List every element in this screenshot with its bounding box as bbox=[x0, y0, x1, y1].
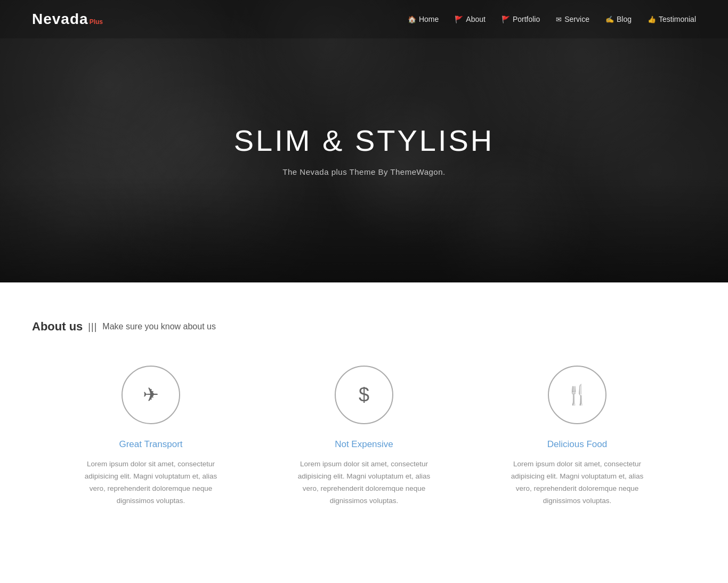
dollar-icon: $ bbox=[359, 384, 369, 406]
transport-icon-circle: ✈ bbox=[122, 366, 180, 424]
food-icon-circle: 🍴 bbox=[548, 366, 606, 424]
features-grid: ✈ Great Transport Lorem ipsum dolor sit … bbox=[44, 366, 684, 507]
feature-price-desc: Lorem ipsum dolor sit amet, consectetur … bbox=[289, 458, 439, 507]
about-heading: About us ||| Make sure you know about us bbox=[32, 320, 696, 334]
feature-price-title: Not Expensive bbox=[335, 439, 393, 450]
hero-subtitle: The Nevada plus Theme By ThemeWagon. bbox=[282, 167, 445, 176]
logo-text: Nevada bbox=[32, 11, 88, 28]
plane-icon: ✈ bbox=[143, 384, 159, 406]
about-section: About us ||| Make sure you know about us… bbox=[0, 282, 728, 550]
nav-blog[interactable]: ✍Blog bbox=[605, 15, 632, 23]
testimonial-icon: 👍 bbox=[648, 15, 656, 23]
nav-links: 🏠Home 🚩About 🚩Portfolio ✉Service ✍Blog 👍… bbox=[408, 15, 696, 23]
about-title: About us bbox=[32, 320, 83, 334]
logo-plus: Plus bbox=[90, 18, 103, 26]
navbar: Nevada Plus 🏠Home 🚩About 🚩Portfolio ✉Ser… bbox=[0, 0, 728, 38]
feature-transport-desc: Lorem ipsum dolor sit amet, consectetur … bbox=[76, 458, 225, 507]
hero-content: SLIM & STYLISH The Nevada plus Theme By … bbox=[0, 38, 728, 282]
about-subtitle: Make sure you know about us bbox=[102, 322, 216, 331]
nav-home[interactable]: 🏠Home bbox=[408, 15, 439, 23]
nav-testimonial[interactable]: 👍Testimonial bbox=[648, 15, 696, 23]
feature-transport: ✈ Great Transport Lorem ipsum dolor sit … bbox=[44, 366, 257, 507]
portfolio-icon: 🚩 bbox=[501, 15, 510, 23]
nav-portfolio[interactable]: 🚩Portfolio bbox=[501, 15, 540, 23]
about-divider: ||| bbox=[88, 321, 97, 333]
feature-transport-title: Great Transport bbox=[119, 439, 182, 450]
price-icon-circle: $ bbox=[335, 366, 393, 424]
about-icon: 🚩 bbox=[455, 15, 463, 23]
blog-icon: ✍ bbox=[605, 15, 614, 23]
home-icon: 🏠 bbox=[408, 15, 416, 23]
hero-title: SLIM & STYLISH bbox=[234, 123, 495, 158]
nav-service[interactable]: ✉Service bbox=[556, 15, 589, 23]
hero-section: Nevada Plus 🏠Home 🚩About 🚩Portfolio ✉Ser… bbox=[0, 0, 728, 282]
logo[interactable]: Nevada Plus bbox=[32, 11, 103, 28]
feature-food-title: Delicious Food bbox=[547, 439, 607, 450]
feature-food-desc: Lorem ipsum dolor sit amet, consectetur … bbox=[503, 458, 652, 507]
service-icon: ✉ bbox=[556, 15, 562, 23]
fork-knife-icon: 🍴 bbox=[565, 384, 589, 406]
feature-food: 🍴 Delicious Food Lorem ipsum dolor sit a… bbox=[471, 366, 684, 507]
feature-price: $ Not Expensive Lorem ipsum dolor sit am… bbox=[257, 366, 471, 507]
nav-about[interactable]: 🚩About bbox=[455, 15, 486, 23]
